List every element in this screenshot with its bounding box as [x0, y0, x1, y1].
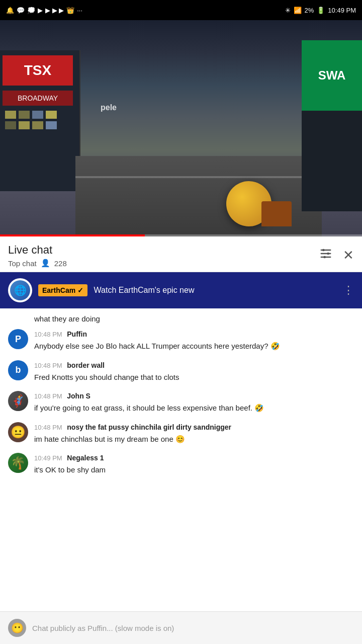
- top-chat-label[interactable]: Top chat: [8, 259, 37, 268]
- smiley-icon: 😶: [11, 622, 24, 634]
- msg-time-4: 10:48 PM: [34, 424, 62, 431]
- video-progress-fill: [0, 234, 145, 236]
- prev-message-text: what they are doing: [0, 310, 362, 325]
- input-avatar: 😶: [8, 619, 26, 637]
- billboard-tsx: TSX: [3, 55, 73, 86]
- chat-subtitle: Top chat 👤 228: [8, 259, 67, 268]
- msg-content-4: 10:48 PM nosy the fat pussy chinchila gi…: [34, 422, 354, 445]
- earthcam-badge: EarthCam ✓: [38, 284, 87, 296]
- status-icons-right: ✳ 📶 2% 🔋 10:49 PM: [285, 7, 356, 14]
- chat-messages: what they are doing P 10:48 PM Puffin An…: [0, 308, 362, 482]
- msg-text-1: Anybody else see Jo Blo hack ALL Trumper…: [34, 341, 354, 352]
- more-options-icon[interactable]: ⋮: [343, 284, 354, 297]
- msg-time-1: 10:48 PM: [34, 331, 62, 338]
- msg-text-5: it's OK to be shy dam: [34, 464, 354, 476]
- svg-point-4: [327, 253, 329, 255]
- msg-author-4: nosy the fat pussy chinchila girl dirty …: [67, 423, 231, 431]
- msg-meta-4: 10:48 PM nosy the fat pussy chinchila gi…: [34, 422, 354, 433]
- wifi-icon: 📶: [294, 7, 302, 14]
- msg-meta-5: 10:49 PM Negaless 1: [34, 453, 354, 463]
- street-area: [75, 156, 322, 236]
- chat-input-area[interactable]: 😶 Chat publicly as Puffin... (slow mode …: [0, 611, 362, 644]
- building-left: TSX BROADWAY: [0, 50, 80, 191]
- avatar-nosy: 😐: [8, 422, 28, 442]
- msg-content-3: 10:48 PM John S if you're going to eat g…: [34, 391, 354, 414]
- avatar-border-wall: b: [8, 360, 28, 380]
- msg-icon: 💬: [17, 7, 25, 14]
- chat-message-4: 😐 10:48 PM nosy the fat pussy chinchila …: [0, 418, 362, 449]
- msg-meta-1: 10:48 PM Puffin: [34, 329, 354, 340]
- notification-icon: 🔔: [6, 7, 14, 14]
- msg-content-1: 10:48 PM Puffin Anybody else see Jo Blo …: [34, 329, 354, 352]
- viewers-icon: 👤: [41, 259, 50, 268]
- structure: [261, 201, 292, 226]
- chat-message-5: 🌴 10:49 PM Negaless 1 it's OK to be shy …: [0, 449, 362, 480]
- building-right: SWA: [302, 40, 362, 211]
- road-line: [75, 176, 322, 178]
- msg-author-2: border wall: [67, 361, 105, 369]
- watermark: pele: [101, 103, 117, 112]
- crown-icon: 👑: [66, 7, 74, 14]
- msg-time-2: 10:48 PM: [34, 362, 62, 369]
- msg-meta-2: 10:48 PM border wall: [34, 360, 354, 371]
- avatar-puffin: P: [8, 329, 28, 349]
- billboard-broadway: BROADWAY: [3, 91, 73, 106]
- status-bar: 🔔 💬 💭 ▶ ▶ ▶ ▶ 👑 ··· ✳ 📶 2% 🔋 10:49 PM: [0, 0, 362, 20]
- msg-text-3: if you're going to eat grass, it should …: [34, 403, 354, 414]
- pinned-message[interactable]: 🌐 EarthCam ✓ Watch EarthCam's epic new ⋮: [0, 272, 362, 308]
- earthcam-logo-inner: 🌐: [10, 280, 30, 300]
- chat-input-placeholder[interactable]: Chat publicly as Puffin... (slow mode is…: [32, 624, 354, 632]
- chat-message-2: b 10:48 PM border wall Fred Knotts you s…: [0, 356, 362, 387]
- chat-message-1: P 10:48 PM Puffin Anybody else see Jo Bl…: [0, 325, 362, 356]
- battery-icon: 🔋: [317, 7, 325, 14]
- billboard-right: SWA: [302, 40, 362, 111]
- msg-content-5: 10:49 PM Negaless 1 it's OK to be shy da…: [34, 453, 354, 476]
- avatar-john-s: 🦸: [8, 391, 28, 411]
- msg-time-5: 10:49 PM: [34, 454, 62, 462]
- pinned-text: EarthCam ✓ Watch EarthCam's epic new: [38, 284, 337, 296]
- msg-text-4: im hate chinchlas but is my dream be one…: [34, 434, 354, 445]
- time-display: 10:49 PM: [328, 7, 356, 14]
- msg-text-2: Fred Knotts you should change that to cl…: [34, 372, 354, 383]
- msg-content-2: 10:48 PM border wall Fred Knotts you sho…: [34, 360, 354, 383]
- pinned-message-text: Watch EarthCam's epic new: [94, 286, 195, 294]
- more-icon: ···: [77, 7, 82, 14]
- viewer-count: 228: [54, 259, 67, 268]
- chat-message-3: 🦸 10:48 PM John S if you're going to eat…: [0, 387, 362, 418]
- chat-header: Live chat Top chat 👤 228 ✕: [0, 236, 362, 272]
- msg-author-5: Negaless 1: [67, 454, 104, 462]
- close-icon[interactable]: ✕: [343, 248, 354, 263]
- msg-time-3: 10:48 PM: [34, 392, 62, 400]
- svg-point-5: [323, 256, 326, 259]
- chat-header-right: ✕: [319, 244, 354, 264]
- msg-author-1: Puffin: [67, 330, 87, 338]
- battery-text: 2%: [305, 7, 314, 14]
- video-player[interactable]: TSX BROADWAY SWA pele: [0, 20, 362, 236]
- app-icons: ▶ ▶ ▶: [45, 7, 64, 14]
- bluetooth-icon: ✳: [285, 7, 291, 14]
- svg-point-3: [322, 249, 325, 252]
- msg-meta-3: 10:48 PM John S: [34, 391, 354, 401]
- status-icons-left: 🔔 💬 💭 ▶ ▶ ▶ ▶ 👑 ···: [6, 7, 82, 14]
- video-progress-bar[interactable]: [0, 234, 362, 236]
- msg-author-3: John S: [67, 392, 90, 400]
- filter-icon[interactable]: [319, 247, 333, 264]
- chat-icon: 💭: [27, 7, 35, 14]
- earthcam-logo: 🌐: [8, 278, 32, 302]
- chat-title: Live chat: [8, 244, 67, 257]
- building-windows: [5, 111, 57, 129]
- youtube-icon: ▶: [38, 7, 43, 14]
- avatar-negaless: 🌴: [8, 453, 28, 473]
- chat-header-left: Live chat Top chat 👤 228: [8, 244, 67, 268]
